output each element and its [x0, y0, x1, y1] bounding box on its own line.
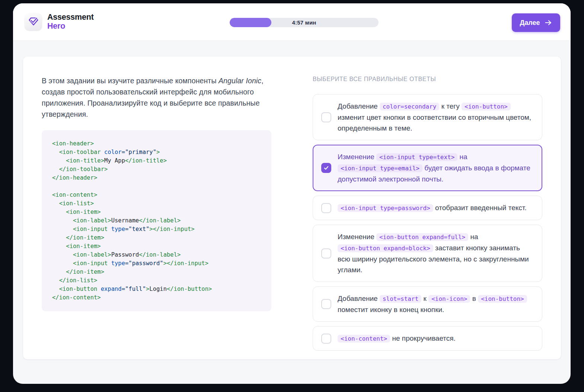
- code-line: [52, 182, 261, 191]
- app-window: Assessment Hero 4:57 мин Далее В этом за…: [13, 3, 571, 384]
- brand-line2: Hero: [47, 22, 94, 30]
- checkbox-icon[interactable]: [321, 299, 331, 309]
- code-chip: <ion-input type=email>: [338, 164, 422, 172]
- code-chip: <ion-input type=password>: [338, 204, 433, 212]
- answer-option[interactable]: Изменение <ion-input type=text> на <ion-…: [313, 145, 542, 191]
- code-line: <ion-list>: [52, 199, 261, 208]
- timer-progress-bar: 4:57 мин: [230, 18, 379, 27]
- answer-option-text: Добавление slot=start к <ion-icon> в <io…: [338, 293, 534, 315]
- brand-line1: Assessment: [47, 13, 94, 22]
- answer-option[interactable]: Добавление color=secondary к тегу <ion-b…: [313, 94, 542, 140]
- answer-option[interactable]: Изменение <ion-button expand=full> на <i…: [313, 225, 542, 282]
- answer-option-text: <ion-input type=password> отобразит введ…: [338, 202, 527, 213]
- answer-option-text: Добавление color=secondary к тегу <ion-b…: [338, 101, 534, 134]
- task-panel: В этом задании вы изучите различные комп…: [42, 75, 271, 311]
- checkbox-icon[interactable]: [321, 203, 331, 213]
- code-chip: <ion-content>: [338, 335, 390, 343]
- code-snippet: <ion-header> <ion-toolbar color="primary…: [42, 130, 271, 311]
- logo: [25, 13, 42, 30]
- answer-option[interactable]: <ion-input type=password> отобразит введ…: [313, 196, 542, 220]
- question-card: В этом задании вы изучите различные комп…: [23, 57, 561, 359]
- gem-check-icon: [28, 16, 39, 28]
- answer-option-text: Изменение <ion-input type=text> на <ion-…: [338, 151, 534, 184]
- code-line: </ion-item>: [52, 234, 261, 242]
- answer-option-text: Изменение <ion-button expand=full> на <i…: [338, 231, 534, 275]
- answer-option[interactable]: <ion-content> не прокручивается.: [313, 326, 542, 351]
- answer-options-list: Добавление color=secondary к тегу <ion-b…: [313, 94, 542, 351]
- task-description: В этом задании вы изучите различные комп…: [42, 75, 271, 120]
- checkbox-icon[interactable]: [321, 248, 331, 258]
- brand-name: Assessment Hero: [47, 13, 94, 30]
- arrow-right-icon: [544, 19, 552, 27]
- timer-label: 4:57 мин: [230, 18, 379, 27]
- brand: Assessment Hero: [25, 13, 94, 30]
- code-line: </ion-header>: [52, 174, 261, 182]
- code-chip: <ion-button expand=block>: [338, 244, 433, 252]
- code-chip: <ion-input type=text>: [376, 153, 457, 161]
- answers-panel: ВЫБЕРИТЕ ВСЕ ПРАВИЛЬНЫЕ ОТВЕТЫ Добавлени…: [313, 76, 542, 351]
- code-line: <ion-label>Username</ion-label>: [52, 216, 261, 225]
- code-chip: <ion-button expand=full>: [376, 233, 468, 241]
- checkbox-checked-icon[interactable]: [321, 163, 331, 173]
- code-chip: color=secondary: [380, 103, 440, 110]
- next-button-label: Далее: [520, 19, 540, 27]
- code-line: <ion-item>: [52, 242, 261, 251]
- answer-option[interactable]: Добавление slot=start к <ion-icon> в <io…: [313, 286, 542, 322]
- code-chip: <ion-icon>: [428, 295, 470, 303]
- code-chip: slot=start: [380, 295, 421, 303]
- code-chip: <ion-button>: [462, 103, 511, 110]
- code-line: <ion-content>: [52, 191, 261, 199]
- code-line: </ion-item>: [52, 268, 261, 276]
- code-chip: <ion-button>: [478, 295, 527, 303]
- code-line: </ion-list>: [52, 276, 261, 285]
- task-description-segment: Angular Ionic: [218, 77, 261, 85]
- code-line: <ion-title>My App</ion-title>: [52, 157, 261, 165]
- code-line: <ion-input type="text"></ion-input>: [52, 225, 261, 234]
- top-bar: Assessment Hero 4:57 мин Далее: [13, 3, 571, 41]
- code-line: <ion-item>: [52, 208, 261, 216]
- code-line: <ion-header>: [52, 139, 261, 148]
- code-line: <ion-toolbar color="primary">: [52, 148, 261, 157]
- code-line: </ion-toolbar>: [52, 165, 261, 174]
- next-button[interactable]: Далее: [512, 13, 560, 32]
- code-line: <ion-input type="password"></ion-input>: [52, 259, 261, 268]
- answer-option-text: <ion-content> не прокручивается.: [338, 333, 456, 344]
- code-line: <ion-label>Password</ion-label>: [52, 251, 261, 259]
- checkbox-icon[interactable]: [321, 112, 331, 122]
- checkbox-icon[interactable]: [321, 334, 331, 344]
- code-line: <ion-button expand="full">Login</ion-but…: [52, 285, 261, 293]
- answers-heading: ВЫБЕРИТЕ ВСЕ ПРАВИЛЬНЫЕ ОТВЕТЫ: [313, 76, 542, 83]
- task-description-segment: В этом задании вы изучите различные комп…: [42, 77, 218, 85]
- desktop-background: { "theme": { "accent": "#7a4fe4", "progr…: [0, 0, 584, 392]
- code-line: </ion-content>: [52, 293, 261, 302]
